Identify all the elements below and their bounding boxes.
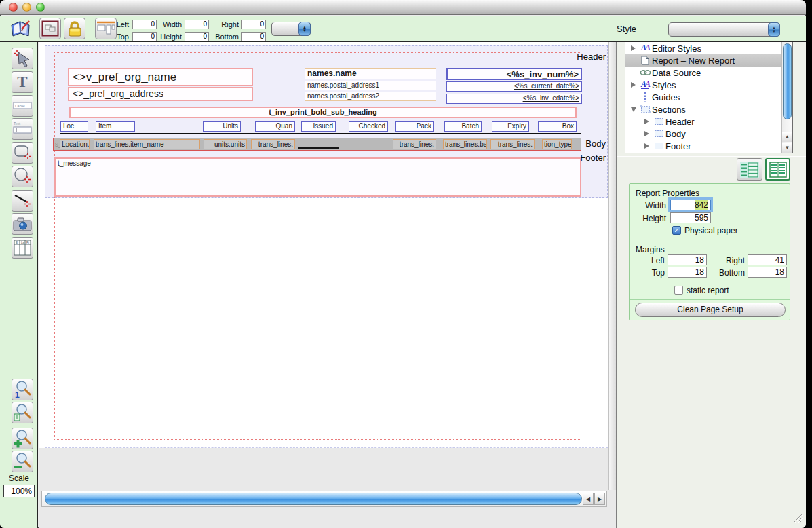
sidebar-item-header[interactable]: Header bbox=[625, 115, 792, 128]
org-address-field[interactable]: <>_pref_org_address bbox=[68, 87, 253, 101]
report-width-field[interactable]: 842 bbox=[670, 200, 711, 210]
scroll-up-button[interactable]: ▲ bbox=[782, 132, 792, 142]
height-field[interactable]: 0 bbox=[185, 32, 209, 41]
section-icon bbox=[652, 130, 665, 138]
scroll-down-button[interactable]: ▼ bbox=[782, 143, 792, 153]
disclosure-triangle-icon[interactable] bbox=[628, 82, 638, 88]
right-field[interactable]: 0 bbox=[241, 20, 266, 29]
lock-button[interactable] bbox=[64, 18, 85, 39]
column-header-quan[interactable]: Quan bbox=[255, 121, 295, 132]
postal-address2-field[interactable]: names.postal_address2 bbox=[305, 92, 436, 101]
sidebar-item-guides[interactable]: Guides bbox=[625, 91, 792, 103]
table-tool-button[interactable]: E La Fi bbox=[12, 237, 33, 259]
vertical-scrollbar-track[interactable] bbox=[608, 42, 616, 490]
static-report-checkbox[interactable] bbox=[674, 286, 683, 295]
zoom-100-button[interactable]: 1 bbox=[12, 379, 33, 400]
tree-scrollbar[interactable]: ▲ ▼ bbox=[781, 42, 792, 153]
rounded-rect-tool-button[interactable] bbox=[12, 142, 33, 164]
disclosure-triangle-icon[interactable] bbox=[628, 107, 638, 112]
column-header-units[interactable]: Units bbox=[203, 121, 241, 132]
picture-tool-button[interactable] bbox=[12, 213, 33, 235]
clean-page-setup-button[interactable]: Clean Page Setup bbox=[635, 303, 786, 317]
zoom-out-button[interactable] bbox=[12, 451, 33, 472]
styles-icon: AA bbox=[638, 44, 652, 52]
minimize-button[interactable] bbox=[22, 3, 31, 12]
current-date-field[interactable]: <%s_current_date%> bbox=[446, 81, 582, 92]
sidebar-item-styles[interactable]: AA Styles bbox=[625, 79, 792, 91]
sidebar-item-data-source[interactable]: Data Source bbox=[625, 67, 792, 79]
inv-edate-field[interactable]: <%s_inv_edate%> bbox=[446, 94, 582, 104]
bottom-field[interactable]: 0 bbox=[241, 32, 266, 41]
frame-tool-button[interactable] bbox=[39, 18, 61, 39]
zoom-fit-page-button[interactable] bbox=[12, 402, 33, 423]
properties-table-view-button[interactable] bbox=[765, 158, 790, 181]
scale-field[interactable]: 100% bbox=[3, 485, 35, 497]
sidebar-item-report[interactable]: Report – New Report bbox=[625, 54, 792, 67]
scroll-right-button[interactable]: ▶ bbox=[594, 493, 605, 505]
size-preset-dropdown[interactable]: ▲▼ bbox=[271, 22, 311, 36]
body-row[interactable]: s_grey Location. trans_lines.item_name u… bbox=[53, 138, 581, 151]
resize-grip[interactable] bbox=[790, 510, 803, 525]
inv-num-field[interactable]: <%s_inv_num%> bbox=[446, 68, 582, 80]
dropdown-stepper-icon[interactable]: ▲▼ bbox=[298, 22, 311, 36]
body-field-trans-lines-2[interactable]: trans_lines. bbox=[393, 139, 436, 149]
style-dropdown[interactable]: ▲▼ bbox=[668, 22, 780, 37]
zoom-button[interactable] bbox=[36, 3, 45, 12]
footer-message-field[interactable]: t_message bbox=[54, 157, 581, 197]
margin-top-field[interactable]: 18 bbox=[668, 267, 707, 278]
width-label: Width bbox=[153, 20, 182, 29]
sidebar-item-footer[interactable]: Footer bbox=[625, 140, 792, 152]
report-book-icon[interactable] bbox=[8, 18, 33, 39]
column-header-checked[interactable]: Checked bbox=[349, 121, 388, 132]
body-field-location[interactable]: Location. bbox=[60, 139, 90, 149]
disclosure-triangle-icon[interactable] bbox=[642, 143, 652, 149]
org-name-field[interactable]: <>v_pref_org_name bbox=[68, 68, 253, 86]
column-header-loc[interactable]: Loc bbox=[60, 121, 88, 132]
column-header-item[interactable]: Item bbox=[96, 121, 135, 132]
disclosure-triangle-icon[interactable] bbox=[642, 131, 652, 136]
margin-left-label: Left bbox=[635, 255, 665, 266]
column-header-expiry[interactable]: Expiry bbox=[492, 121, 529, 132]
margin-right-field[interactable]: 41 bbox=[748, 254, 787, 265]
column-header-batch[interactable]: Batch bbox=[444, 121, 482, 132]
sidebar-item-sections[interactable]: Sections bbox=[625, 103, 792, 115]
body-field-batch[interactable]: trans_lines.bat bbox=[443, 139, 487, 149]
margin-left-field[interactable]: 18 bbox=[668, 254, 707, 265]
pointer-tool-button[interactable] bbox=[12, 48, 33, 69]
body-field-underline[interactable] bbox=[298, 139, 339, 149]
title-bar[interactable] bbox=[0, 0, 806, 15]
body-field-trans-lines-1[interactable]: trans_lines. bbox=[251, 139, 295, 149]
horizontal-scrollbar[interactable]: ◀ ▶ bbox=[41, 491, 607, 507]
ellipse-tool-button[interactable] bbox=[12, 166, 33, 187]
properties-list-view-button[interactable] bbox=[737, 158, 762, 181]
sidebar-item-editor-styles[interactable]: AA Editor Styles bbox=[625, 42, 792, 54]
close-button[interactable] bbox=[9, 3, 18, 12]
design-canvas[interactable]: Header Body Footer <>v_pref_org_name <>_… bbox=[39, 42, 616, 528]
names-name-field[interactable]: names.name bbox=[305, 68, 436, 79]
margin-bottom-field[interactable]: 18 bbox=[748, 267, 787, 278]
report-height-field[interactable]: 595 bbox=[670, 212, 711, 223]
field-tool-button[interactable]: Text bbox=[12, 118, 33, 140]
sidebar-item-body[interactable]: Body bbox=[625, 128, 792, 140]
label-tool-button[interactable]: Label bbox=[12, 95, 33, 117]
column-header-box[interactable]: Box bbox=[538, 121, 577, 132]
horizontal-scrollbar-thumb[interactable] bbox=[45, 493, 582, 505]
column-header-pack[interactable]: Pack bbox=[395, 121, 434, 132]
sub-heading-field[interactable]: t_inv_print_bold_sub_heading bbox=[69, 107, 577, 118]
dropdown-stepper-icon[interactable]: ▲▼ bbox=[768, 22, 780, 37]
line-tool-button[interactable] bbox=[12, 190, 33, 212]
body-field-trans-lines-3[interactable]: trans_lines. bbox=[490, 139, 535, 149]
scroll-left-button[interactable]: ◀ bbox=[583, 493, 594, 505]
text-tool-button[interactable]: T bbox=[12, 71, 33, 93]
postal-address1-field[interactable]: names.postal_address1 bbox=[305, 81, 436, 90]
physical-paper-checkbox[interactable]: ✓ bbox=[672, 226, 681, 235]
tree-scrollbar-thumb[interactable] bbox=[783, 43, 792, 119]
disclosure-triangle-icon[interactable] bbox=[642, 119, 652, 124]
zoom-in-button[interactable] bbox=[12, 428, 33, 449]
body-field-item-name[interactable]: trans_lines.item_name bbox=[94, 139, 200, 149]
column-header-issued[interactable]: Issued bbox=[301, 121, 336, 132]
width-field[interactable]: 0 bbox=[185, 20, 209, 29]
disclosure-triangle-icon[interactable] bbox=[628, 45, 638, 51]
body-field-transaction-type[interactable]: tion_type. bbox=[542, 139, 572, 149]
body-field-units[interactable]: units.units bbox=[204, 139, 247, 149]
